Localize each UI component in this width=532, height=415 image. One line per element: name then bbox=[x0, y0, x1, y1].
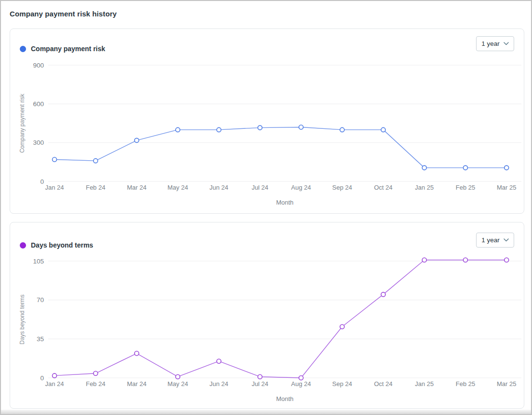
chevron-down-icon bbox=[504, 42, 509, 45]
x-axis-title: Month bbox=[276, 395, 293, 402]
y-tick-label: 105 bbox=[33, 258, 44, 265]
x-tick-label: Mar 25 bbox=[497, 184, 516, 191]
y-tick-label: 0 bbox=[40, 178, 44, 185]
x-tick-label: Feb 25 bbox=[456, 184, 475, 191]
x-tick-label: Jun 24 bbox=[209, 380, 228, 387]
x-tick-label: Jun 24 bbox=[209, 184, 228, 191]
y-tick-label: 70 bbox=[37, 296, 44, 304]
x-tick-label: Jul 24 bbox=[252, 380, 269, 387]
legend-label: Days beyond terms bbox=[31, 241, 93, 249]
x-tick-label: Feb 24 bbox=[86, 380, 105, 387]
x-tick-label: Aug 24 bbox=[291, 184, 311, 191]
series-line bbox=[55, 260, 506, 378]
x-axis-title: Month bbox=[276, 199, 293, 206]
x-tick-label: Oct 24 bbox=[374, 184, 392, 191]
y-axis-title: Company payment risk bbox=[19, 93, 26, 153]
data-point-marker bbox=[176, 127, 180, 132]
data-point-marker bbox=[135, 351, 139, 356]
days-beyond-terms-chart: 03570105Days beyond termsJan 24Feb 24Mar… bbox=[10, 251, 525, 408]
page-title: Company payment risk history bbox=[10, 10, 117, 18]
legend: Days beyond terms bbox=[20, 241, 93, 249]
x-tick-label: Feb 25 bbox=[456, 380, 475, 387]
data-point-marker bbox=[381, 292, 385, 297]
x-tick-label: Aug 24 bbox=[291, 380, 311, 387]
x-tick-label: Sep 24 bbox=[332, 380, 352, 387]
series-line bbox=[55, 127, 506, 168]
days-beyond-terms-card: Days beyond terms 1 year 03570105Days be… bbox=[10, 222, 524, 409]
period-dropdown[interactable]: 1 year bbox=[476, 233, 514, 248]
chevron-down-icon bbox=[504, 238, 509, 242]
x-tick-label: May 24 bbox=[167, 380, 188, 387]
data-point-marker bbox=[340, 127, 344, 132]
x-tick-label: Mar 24 bbox=[127, 184, 146, 191]
data-point-marker bbox=[505, 258, 509, 262]
data-point-marker bbox=[464, 166, 468, 170]
x-tick-label: Sep 24 bbox=[332, 184, 352, 191]
x-tick-label: Jul 24 bbox=[252, 184, 269, 191]
data-point-marker bbox=[217, 359, 221, 363]
x-tick-label: Feb 24 bbox=[86, 184, 105, 191]
y-tick-label: 35 bbox=[37, 335, 44, 343]
data-point-marker bbox=[422, 166, 426, 170]
x-tick-label: Mar 24 bbox=[127, 380, 146, 387]
series-color-dot-icon bbox=[20, 242, 26, 249]
data-point-marker bbox=[94, 159, 98, 163]
data-point-marker bbox=[94, 371, 98, 375]
y-tick-label: 600 bbox=[33, 100, 44, 108]
period-dropdown-value: 1 year bbox=[481, 236, 500, 244]
data-point-marker bbox=[505, 166, 509, 170]
x-tick-label: Jan 24 bbox=[45, 380, 64, 387]
data-point-marker bbox=[464, 258, 468, 262]
period-dropdown[interactable]: 1 year bbox=[476, 36, 514, 51]
data-point-marker bbox=[217, 127, 221, 132]
data-point-marker bbox=[299, 125, 303, 129]
data-point-marker bbox=[299, 376, 303, 380]
data-point-marker bbox=[258, 374, 262, 379]
data-point-marker bbox=[53, 157, 57, 162]
y-tick-label: 0 bbox=[40, 374, 44, 382]
series-color-dot-icon bbox=[20, 46, 26, 52]
data-point-marker bbox=[340, 324, 344, 329]
data-point-marker bbox=[381, 127, 385, 132]
y-tick-label: 300 bbox=[33, 139, 44, 146]
legend: Company payment risk bbox=[20, 45, 105, 53]
data-point-marker bbox=[135, 138, 139, 142]
period-dropdown-value: 1 year bbox=[481, 40, 500, 47]
legend-label: Company payment risk bbox=[31, 45, 105, 53]
data-point-marker bbox=[53, 374, 57, 378]
x-tick-label: Jan 24 bbox=[45, 184, 64, 191]
data-point-marker bbox=[258, 125, 262, 130]
data-point-marker bbox=[422, 258, 426, 262]
x-tick-label: May 24 bbox=[167, 184, 188, 191]
y-axis-title: Days beyond terms bbox=[19, 294, 26, 344]
window-bottom-edge bbox=[1, 410, 531, 414]
y-tick-label: 900 bbox=[33, 62, 44, 69]
x-tick-label: Jan 25 bbox=[415, 184, 434, 191]
payment-risk-card: Company payment risk 1 year 0300600900Co… bbox=[10, 28, 524, 214]
x-tick-label: Jan 25 bbox=[415, 380, 434, 387]
payment-risk-chart: 0300600900Company payment riskJan 24Feb … bbox=[10, 58, 525, 213]
data-point-marker bbox=[176, 374, 180, 379]
x-tick-label: Oct 24 bbox=[374, 380, 392, 387]
screen: Company payment risk history Company pay… bbox=[0, 0, 532, 415]
x-tick-label: Mar 25 bbox=[497, 380, 516, 387]
